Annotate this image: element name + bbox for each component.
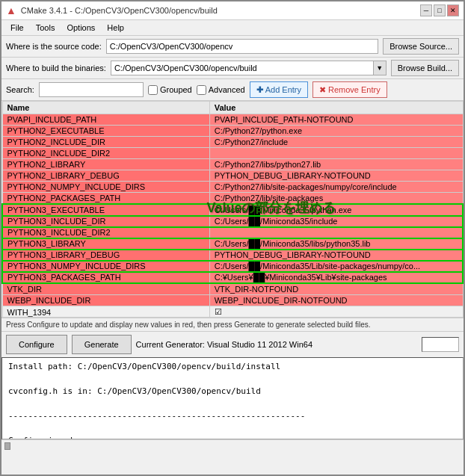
cell-value: PYTHON_DEBUG_LIBRARY-NOTFOUND — [209, 170, 463, 182]
bottom-scrollbar[interactable] — [1, 439, 464, 451]
log-line: cvconfig.h is in: C:/OpenCV3/OpenCV300/o… — [8, 386, 457, 398]
title-bar: ▲ CMake 3.4.1 - C:/OpenCV3/OpenCV300/ope… — [1, 1, 464, 20]
cell-name: PYTHON2_NUMPY_INCLUDE_DIRS — [2, 182, 209, 193]
cell-value: ☑ — [209, 306, 463, 318]
advanced-label: Advanced — [209, 85, 245, 94]
source-label: Where is the source code: — [6, 42, 102, 51]
progress-area — [422, 337, 459, 352]
advanced-checkbox-label[interactable]: Advanced — [197, 85, 245, 95]
grouped-label: Grouped — [160, 85, 192, 94]
cmake-table: Name Value PVAPI_INCLUDE_PATHPVAPI_INCLU… — [1, 101, 464, 318]
status-text: Press Configure to update and display ne… — [6, 321, 371, 329]
cell-name: PYTHON2_EXECUTABLE — [2, 126, 209, 137]
cell-value: C:/Users/██/Miniconda35/include — [209, 216, 463, 227]
table-row[interactable]: PYTHON3_LIBRARYC:/Users/██/Miniconda35/l… — [2, 238, 463, 250]
cell-value: PVAPI_INCLUDE_PATH-NOTFOUND — [209, 114, 463, 126]
table-row[interactable]: PYTHON2_INCLUDE_DIRC:/Python27/include — [2, 137, 463, 148]
remove-entry-label: Remove Entry — [328, 85, 381, 94]
generate-button[interactable]: Generate — [72, 335, 132, 354]
remove-entry-button[interactable]: ✖ Remove Entry — [312, 81, 387, 98]
table-row[interactable]: PYTHON2_EXECUTABLEC:/Python27/python.exe — [2, 126, 463, 137]
horizontal-scroll-thumb[interactable] — [4, 442, 10, 450]
cell-name: PYTHON3_INCLUDE_DIR2 — [2, 227, 209, 238]
cell-value: VTK_DIR-NOTFOUND — [209, 283, 463, 295]
menu-bar: File Tools Options Help — [1, 20, 464, 36]
cell-value: C:/Python27/python.exe — [209, 126, 463, 137]
menu-options[interactable]: Options — [61, 22, 101, 34]
advanced-checkbox[interactable] — [197, 85, 206, 95]
cell-name: PYTHON3_EXECUTABLE — [2, 204, 209, 216]
cell-name: PYTHON2_LIBRARY — [2, 159, 209, 170]
cell-value: C:/Users/██/Miniconda35/libs/python35.li… — [209, 238, 463, 250]
table-row[interactable]: PYTHON2_NUMPY_INCLUDE_DIRSC:/Python27/li… — [2, 182, 463, 193]
cell-value — [209, 148, 463, 159]
close-button[interactable]: ✕ — [447, 4, 459, 16]
cell-value: PYTHON_DEBUG_LIBRARY-NOTFOUND — [209, 250, 463, 261]
cell-name: PYTHON3_NUMPY_INCLUDE_DIRS — [2, 261, 209, 272]
configure-button[interactable]: Configure — [6, 335, 67, 354]
cell-name: PYTHON3_INCLUDE_DIR — [2, 216, 209, 227]
table-row[interactable]: PYTHON2_INCLUDE_DIR2 — [2, 148, 463, 159]
table-row[interactable]: VTK_DIRVTK_DIR-NOTFOUND — [2, 283, 463, 295]
cell-value: C:/Python27/lib/site-packages — [209, 193, 463, 205]
search-input[interactable] — [39, 82, 144, 97]
table-row[interactable]: PYTHON3_NUMPY_INCLUDE_DIRSC:/Users/██/Mi… — [2, 261, 463, 272]
cell-name: WITH_1394 — [2, 306, 209, 318]
log-line: ----------------------------------------… — [8, 410, 457, 423]
window-controls: ─ □ ✕ — [420, 4, 459, 16]
table-row[interactable]: PVAPI_INCLUDE_PATHPVAPI_INCLUDE_PATH-NOT… — [2, 114, 463, 126]
log-output: Install path: C:/OpenCV3/OpenCV300/openc… — [1, 357, 464, 439]
table-row[interactable]: PYTHON3_INCLUDE_DIR2 — [2, 227, 463, 238]
minimize-button[interactable]: ─ — [420, 4, 432, 16]
generator-label: Current Generator: Visual Studio 11 2012… — [136, 340, 312, 349]
app-icon: ▲ — [6, 4, 16, 16]
table-row[interactable]: PYTHON3_LIBRARY_DEBUGPYTHON_DEBUG_LIBRAR… — [2, 250, 463, 261]
table-row[interactable]: PYTHON3_INCLUDE_DIRC:/Users/██/Miniconda… — [2, 216, 463, 227]
cell-name: PVAPI_INCLUDE_PATH — [2, 114, 209, 126]
table-row[interactable]: PYTHON2_LIBRARYC:/Python27/libs/python27… — [2, 159, 463, 170]
source-input[interactable] — [106, 39, 378, 54]
log-line: Install path: C:/OpenCV3/OpenCV300/openc… — [8, 361, 457, 374]
plus-icon: ✚ — [256, 85, 263, 95]
menu-file[interactable]: File — [4, 22, 30, 34]
cell-value: C:/Users/██/Miniconda35/python.exe — [209, 204, 463, 216]
table-row[interactable]: WITH_1394☑ — [2, 306, 463, 318]
table-row[interactable]: PYTHON3_EXECUTABLEC:/Users/██/Miniconda3… — [2, 204, 463, 216]
grouped-checkbox-label[interactable]: Grouped — [148, 85, 192, 95]
browse-source-button[interactable]: Browse Source... — [383, 38, 459, 55]
build-input[interactable] — [111, 61, 373, 75]
table-row[interactable]: PYTHON3_PACKAGES_PATHC:¥Users¥██¥Minicon… — [2, 272, 463, 284]
cell-value — [209, 227, 463, 238]
table-header-row: Name Value — [2, 102, 463, 114]
build-combo: ▼ — [111, 61, 387, 75]
col-value: Value — [209, 102, 463, 114]
build-row: Where to build the binaries: ▼ Browse Bu… — [1, 58, 464, 79]
main-window: ▲ CMake 3.4.1 - C:/OpenCV3/OpenCV300/ope… — [0, 0, 465, 476]
x-icon: ✖ — [319, 85, 326, 95]
cell-value: C:¥Users¥██¥Miniconda35¥Lib¥site-package… — [209, 272, 463, 284]
status-bar: Press Configure to update and display ne… — [1, 318, 464, 331]
browse-build-button[interactable]: Browse Build... — [391, 60, 459, 76]
action-row: Configure Generate Current Generator: Vi… — [1, 331, 464, 357]
table-row[interactable]: PYTHON2_LIBRARY_DEBUGPYTHON_DEBUG_LIBRAR… — [2, 170, 463, 182]
table-row[interactable]: PYTHON2_PACKAGES_PATHC:/Python27/lib/sit… — [2, 193, 463, 205]
search-row: Search: Grouped Advanced ✚ Add Entry ✖ R… — [1, 79, 464, 101]
log-line — [8, 374, 457, 386]
cell-value: C:/Python27/libs/python27.lib — [209, 159, 463, 170]
maximize-button[interactable]: □ — [434, 4, 446, 16]
build-dropdown-btn[interactable]: ▼ — [373, 61, 387, 75]
search-label: Search: — [6, 85, 34, 94]
cell-name: PYTHON3_PACKAGES_PATH — [2, 272, 209, 284]
cell-name: PYTHON3_LIBRARY_DEBUG — [2, 250, 209, 261]
window-title: CMake 3.4.1 - C:/OpenCV3/OpenCV300/openc… — [21, 6, 416, 15]
grouped-checkbox[interactable] — [148, 85, 158, 95]
table-row[interactable]: WEBP_INCLUDE_DIRWEBP_INCLUDE_DIR-NOTFOUN… — [2, 295, 463, 306]
menu-help[interactable]: Help — [101, 22, 130, 34]
menu-tools[interactable]: Tools — [30, 22, 61, 34]
cell-name: PYTHON2_LIBRARY_DEBUG — [2, 170, 209, 182]
build-label: Where to build the binaries: — [6, 64, 106, 72]
cmake-table-wrapper: Name Value PVAPI_INCLUDE_PATHPVAPI_INCLU… — [1, 101, 464, 318]
cell-name: PYTHON2_PACKAGES_PATH — [2, 193, 209, 205]
cell-value: WEBP_INCLUDE_DIR-NOTFOUND — [209, 295, 463, 306]
add-entry-button[interactable]: ✚ Add Entry — [250, 81, 308, 98]
